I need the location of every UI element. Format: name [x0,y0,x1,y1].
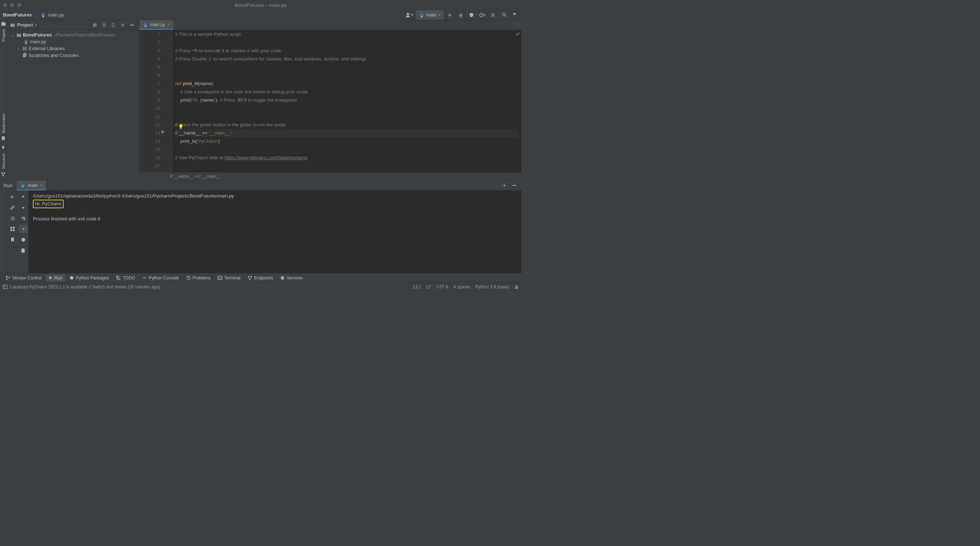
lock-icon[interactable] [514,284,519,289]
code-line[interactable] [175,71,519,80]
tree-scratches[interactable]: Scratches and Consoles [7,52,139,59]
status-menu-icon[interactable] [3,284,8,289]
code-line[interactable] [175,38,519,46]
svg-rect-20 [26,47,27,50]
run-button[interactable] [446,11,454,19]
layout-button[interactable] [8,225,17,233]
run-settings-button[interactable] [500,181,509,190]
close-tab-button[interactable]: × [167,22,170,27]
tree-external-libraries[interactable]: › External Libraries [7,45,139,52]
editor-tab-mainpy[interactable]: main.py × [139,20,173,30]
close-run-tab-button[interactable]: × [40,182,43,188]
svg-rect-27 [11,217,15,220]
breadcrumb-project[interactable]: BondFutures [3,12,32,18]
scroll-to-end-button[interactable] [19,225,27,233]
code-line[interactable] [175,162,519,170]
run-tab-main[interactable]: main × [17,180,46,190]
structure-tool-label[interactable]: Structure [2,152,6,171]
code-content[interactable]: # This is a sample Python script.# Press… [172,30,522,172]
code-line[interactable]: # Use a breakpoint in the code line belo… [175,88,519,96]
tab-problems[interactable]: Problems [183,275,214,282]
chevron-down-icon[interactable]: ⌄ [10,32,15,38]
inspection-ok-icon[interactable] [515,32,520,37]
project-tool-icon[interactable] [1,21,6,27]
tab-version-control[interactable]: Version Control [3,275,44,282]
rerun-button[interactable] [8,193,17,201]
intention-bulb-icon[interactable]: #💡 [175,122,178,128]
structure-icon[interactable] [1,172,6,177]
code-line[interactable]: if __name__ == '__main__': [175,129,519,137]
minimize-window-button[interactable] [10,3,14,7]
search-everywhere-button[interactable] [499,11,508,19]
expand-all-button[interactable] [100,21,108,29]
tab-endpoints[interactable]: Endpoints [245,275,276,282]
profiler-button[interactable]: ▾ [478,11,487,19]
chevron-right-icon[interactable]: › [16,46,21,51]
code-line[interactable]: # Press Double ⇧ to search everywhere fo… [175,55,519,63]
line-separator[interactable]: LF [426,284,431,289]
tree-root[interactable]: ⌄ BondFutures ~/PycharmProjects/BondFutu… [7,32,139,38]
code-line[interactable]: def print_hi(name): [175,80,519,88]
code-line[interactable]: # This is a sample Python script. [175,30,519,38]
bookmarks-tool-label[interactable]: Bookmarks [2,112,6,134]
code-line[interactable]: # Press ^R to execute it or replace it w… [175,46,519,55]
interpreter-info[interactable]: Python 3.9 (base) [475,284,509,289]
tab-services[interactable]: Services [277,275,306,282]
project-tool-label[interactable]: Project [2,28,6,43]
debug-button[interactable] [457,11,465,19]
library-icon [22,46,27,51]
tab-options-button[interactable]: ⋮ [515,21,520,27]
code-line[interactable] [175,104,519,112]
tab-python-console[interactable]: Python Console [139,275,182,282]
tab-run[interactable]: Run [46,275,65,282]
breadcrumb[interactable]: BondFutures 〉 main.py [3,12,64,18]
settings-button[interactable] [510,11,519,19]
pin-icon[interactable] [1,145,6,150]
code-line[interactable] [175,145,519,153]
coverage-button[interactable] [467,11,476,19]
modify-run-config-button[interactable] [8,203,17,212]
scroll-up-button[interactable] [19,193,27,201]
select-opened-file-button[interactable] [91,21,99,29]
code-editor[interactable]: 1234567891011121314151617 # This is a sa… [139,30,522,172]
cursor-position[interactable]: 13:1 [413,284,421,289]
stop-button[interactable] [488,11,497,19]
bookmark-icon[interactable] [1,136,6,141]
clear-output-button[interactable] [19,246,27,255]
scroll-down-button[interactable] [19,203,27,212]
add-user-icon[interactable]: ▾ [405,11,414,19]
project-panel-title[interactable]: Project [17,22,33,27]
code-line[interactable]: print_hi('PyCharm') [175,137,519,145]
breadcrumb-file[interactable]: main.py [48,12,64,18]
soft-wrap-button[interactable] [19,214,27,223]
tree-file-mainpy[interactable]: main.py [7,38,139,45]
print-button[interactable] [19,235,27,244]
fold-gutter[interactable] [167,30,172,172]
hide-panel-button[interactable] [127,21,136,29]
hide-run-panel-button[interactable] [510,181,519,190]
pin-tab-button[interactable] [8,235,17,244]
code-line[interactable]: # See PyCharm help at https://www.jetbra… [175,153,519,162]
code-line[interactable] [175,63,519,71]
panel-settings-button[interactable] [118,21,127,29]
tab-terminal[interactable]: Terminal [215,275,243,282]
status-message[interactable]: Localized PyCharm 2022.1.1 is available … [10,284,160,289]
svg-rect-11 [3,175,4,176]
indent-info[interactable]: 4 spaces [453,284,470,289]
run-line-icon[interactable] [161,130,165,134]
close-window-button[interactable] [3,3,7,7]
chevron-down-icon[interactable]: ▾ [35,23,37,27]
console-output[interactable]: /Users/guo151/opt/anaconda3/bin/python3 … [29,190,522,273]
code-line[interactable] [175,112,519,121]
line-number-gutter[interactable]: 1234567891011121314151617 [139,30,167,172]
code-line[interactable]: #💡 Press the green button in the gutter … [175,121,519,129]
maximize-window-button[interactable] [17,3,21,7]
run-configuration-selector[interactable]: main ▾ [416,11,444,19]
file-encoding[interactable]: UTF-8 [436,284,448,289]
project-tree[interactable]: ⌄ BondFutures ~/PycharmProjects/BondFutu… [7,30,139,60]
stop-run-button[interactable] [8,214,17,223]
code-line[interactable]: print(f'Hi, {name}') # Press ⌘F8 to togg… [175,96,519,104]
tab-todo[interactable]: TODO [113,275,138,282]
tab-python-packages[interactable]: Python Packages [67,275,112,282]
collapse-all-button[interactable] [109,21,118,29]
